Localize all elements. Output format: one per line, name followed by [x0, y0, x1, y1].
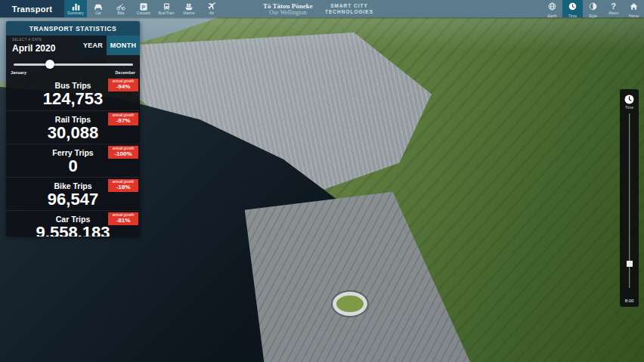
org-line2: TECHNOLOGIES [325, 9, 373, 15]
tab-earth[interactable]: Earth [542, 0, 562, 17]
stat-value: 9,558,183 [6, 224, 140, 237]
panel-body: SELECT A DATE April 2020 YEAR MONTH Janu… [6, 36, 140, 237]
org-line1: SMART CITY [330, 3, 368, 9]
month-button[interactable]: MONTH [107, 36, 140, 55]
growth-value: -94% [108, 83, 138, 90]
globe-icon [548, 0, 556, 14]
top-bar: Transport Summary Car Bike [0, 0, 644, 17]
tab-bike[interactable]: Bike [110, 0, 132, 17]
plane-icon [208, 2, 216, 11]
slider-min-label: January [11, 70, 26, 75]
stats-list: annual growth -94% Bus Trips 124,753 ann… [6, 77, 140, 237]
tab-label: Earth [548, 14, 557, 18]
tab-air[interactable]: Air [200, 0, 223, 17]
tab-style[interactable]: Style [583, 0, 603, 17]
slider-max-label: December [115, 70, 135, 75]
stat-value: 30,088 [6, 124, 140, 142]
tab-label: Car [95, 11, 101, 15]
bus-train-icon [163, 3, 171, 11]
month-slider-labels: January December [11, 70, 135, 75]
month-slider-track[interactable] [14, 63, 133, 66]
app-title: Transport [0, 0, 64, 17]
clock-icon [568, 0, 577, 14]
time-panel-label: Time [625, 105, 633, 110]
svg-text:P: P [142, 4, 146, 10]
time-value: 8:00 [625, 299, 634, 303]
stat-value: 0 [6, 157, 140, 175]
tab-label: Bus/Train [158, 11, 174, 15]
stat-value: 124,753 [6, 90, 140, 108]
car-icon [94, 3, 103, 11]
growth-value: -18% [108, 184, 138, 190]
tab-about[interactable]: ? About [603, 0, 624, 17]
tab-carpark[interactable]: P Carpark [132, 0, 155, 17]
brand-line2: Our Wellington [269, 10, 307, 16]
stat-bike-trips: annual growth -18% Bike Trips 96,547 [6, 177, 140, 210]
tab-label: Style [589, 14, 597, 18]
selected-date: April 2020 [12, 43, 79, 54]
annual-growth-badge: annual growth -94% [108, 79, 138, 91]
date-caption: SELECT A DATE [12, 38, 79, 42]
annual-growth-badge: annual growth -97% [108, 113, 138, 125]
house-icon [630, 0, 638, 14]
tab-label: Air [209, 11, 214, 15]
annual-growth-badge: annual growth -100% [108, 146, 138, 159]
growth-value: -97% [108, 117, 138, 124]
bar-chart-icon [72, 3, 80, 11]
marine-icon [184, 3, 194, 11]
question-mark-icon: ? [611, 2, 616, 11]
tab-label: Marine [183, 11, 194, 15]
annual-growth-badge: annual growth -18% [108, 179, 138, 192]
parking-icon: P [140, 3, 147, 11]
year-button[interactable]: YEAR [79, 36, 107, 55]
tab-label: Home [629, 14, 639, 18]
stat-value: 96,547 [6, 190, 140, 209]
stat-bus-trips: annual growth -94% Bus Trips 124,753 [6, 77, 140, 110]
stat-rail-trips: annual growth -97% Rail Trips 30,088 [6, 110, 140, 144]
date-selector-row: SELECT A DATE April 2020 YEAR MONTH [6, 36, 140, 55]
tab-time[interactable]: Time [562, 0, 583, 17]
time-of-day-panel: Time 8:00 [620, 89, 639, 307]
smart-city-logo: SMART CITY TECHNOLOGIES [325, 0, 373, 17]
bike-icon [116, 3, 125, 11]
tab-home[interactable]: Home [624, 0, 644, 17]
tab-marine[interactable]: Marine [178, 0, 200, 17]
month-slider-handle[interactable] [45, 60, 54, 69]
tab-label: About [608, 11, 618, 15]
view-control-tabs: Earth Time Style ? About [542, 0, 644, 17]
stat-car-trips: annual growth -81% Car Trips 9,558,183 [6, 210, 140, 237]
contrast-icon [589, 0, 597, 14]
wellington-brand: Tō Tātou Pōneke Our Wellington [263, 0, 313, 17]
smart-city-app: Transport Summary Car Bike [0, 0, 644, 362]
time-slider-handle[interactable] [627, 261, 633, 267]
tab-label: Summary [67, 11, 83, 15]
clock-icon [624, 94, 634, 104]
growth-value: -100% [108, 150, 138, 157]
stat-ferry-trips: annual growth -100% Ferry Trips 0 [6, 144, 140, 177]
month-slider[interactable] [14, 60, 133, 69]
tab-label: Time [568, 14, 577, 18]
annual-growth-badge: annual growth -81% [108, 212, 138, 225]
tab-label: Bike [117, 11, 125, 15]
time-slider[interactable] [620, 113, 639, 299]
tab-bus-train[interactable]: Bus/Train [155, 0, 178, 17]
transport-statistics-panel: TRANSPORT STATISTICS SELECT A DATE April… [6, 21, 140, 237]
panel-title: TRANSPORT STATISTICS [6, 21, 140, 36]
brand-line1: Tō Tātou Pōneke [263, 2, 313, 10]
transport-mode-tabs: Summary Car Bike P Carpark [64, 0, 223, 17]
tab-label: Carpark [137, 11, 150, 15]
tab-car[interactable]: Car [87, 0, 110, 17]
growth-value: -81% [108, 217, 138, 224]
tab-summary[interactable]: Summary [64, 0, 87, 17]
date-display: SELECT A DATE April 2020 [6, 36, 79, 55]
